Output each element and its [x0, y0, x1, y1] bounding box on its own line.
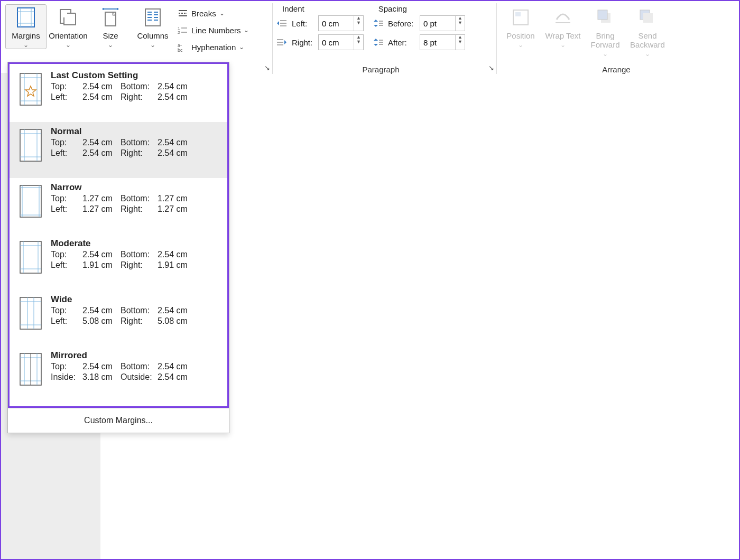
- spacing-after-input[interactable]: ▲▼: [420, 34, 465, 50]
- svg-rect-53: [20, 129, 41, 161]
- svg-rect-47: [20, 73, 41, 105]
- margins-preset-normal[interactable]: Normal Top:2.54 cmBottom:2.54 cm Left:2.…: [10, 122, 227, 178]
- preset-title: Mirrored: [51, 350, 221, 361]
- svg-rect-41: [515, 12, 521, 16]
- indent-left-input[interactable]: ▲▼: [318, 15, 364, 31]
- chevron-down-icon: ⌄: [66, 41, 71, 49]
- margin-preset-icon: [18, 296, 43, 330]
- line-numbers-label: Line Numbers: [191, 26, 240, 35]
- preset-title: Normal: [51, 126, 221, 137]
- margin-preset-icon: [18, 352, 43, 386]
- orientation-label: Orientation: [49, 31, 87, 40]
- columns-icon: [142, 7, 163, 28]
- svg-text:bc: bc: [178, 48, 183, 52]
- indent-right-icon: [276, 38, 288, 47]
- margin-preset-icon: [18, 240, 43, 274]
- hyphenation-label: Hyphenation: [191, 43, 236, 52]
- chevron-down-icon: ⌄: [603, 50, 608, 58]
- wrap-text-icon: [552, 7, 574, 28]
- svg-rect-0: [17, 8, 34, 27]
- group-paragraph: Indent Spacing Left: ▲▼ Before: ▲▼ Right…: [273, 3, 497, 74]
- preset-values: Top:2.54 cmBottom:2.54 cm Left:2.54 cmRi…: [51, 138, 221, 158]
- svg-text:2: 2: [178, 30, 180, 35]
- group-arrange: Position ⌄ Wrap Text ⌄ Bring Forward ⌄ S…: [497, 3, 738, 74]
- chevron-down-icon: ⌄: [108, 41, 113, 49]
- svg-rect-58: [20, 185, 41, 217]
- chevron-down-icon: ⌄: [645, 50, 650, 58]
- bring-forward-label: Bring Forward: [586, 31, 624, 49]
- svg-rect-46: [643, 13, 653, 23]
- margins-dropdown: Last Custom Setting Top:2.54 cmBottom:2.…: [7, 62, 229, 433]
- indent-header: Indent: [282, 4, 304, 13]
- indent-left-icon: [276, 18, 288, 28]
- chevron-down-icon: ⌄: [219, 10, 225, 17]
- preset-title: Narrow: [51, 182, 221, 193]
- hyphenation-button[interactable]: a-bc Hyphenation ⌄: [174, 40, 252, 54]
- wrap-text-label: Wrap Text: [545, 31, 581, 40]
- wrap-text-button: Wrap Text ⌄: [542, 4, 584, 49]
- chevron-down-icon: ⌄: [518, 41, 523, 49]
- columns-button[interactable]: Columns ⌄: [132, 4, 173, 49]
- chevron-down-icon: ⌄: [150, 41, 155, 49]
- chevron-down-icon: ⌄: [239, 43, 244, 51]
- margin-preset-icon: [18, 72, 43, 106]
- spacing-header: Spacing: [378, 4, 407, 13]
- position-button: Position ⌄: [500, 4, 541, 49]
- preset-title: Wide: [51, 294, 221, 305]
- columns-label: Columns: [137, 31, 168, 40]
- preset-values: Top:2.54 cmBottom:2.54 cm Left:2.54 cmRi…: [51, 82, 221, 102]
- preset-title: Last Custom Setting: [51, 70, 221, 81]
- size-icon: [100, 7, 121, 28]
- svg-rect-44: [598, 10, 607, 20]
- bring-forward-icon: [595, 7, 616, 28]
- svg-rect-68: [20, 297, 41, 329]
- preset-values: Top:1.27 cmBottom:1.27 cm Left:1.27 cmRi…: [51, 194, 221, 214]
- spacing-before-icon: [372, 18, 384, 28]
- margin-preset-icon: [18, 128, 43, 162]
- orientation-button[interactable]: Orientation ⌄: [48, 4, 89, 49]
- line-numbers-icon: 12: [178, 25, 188, 35]
- bring-forward-button: Bring Forward ⌄: [585, 4, 626, 58]
- indent-left-label: Left:: [292, 19, 314, 28]
- preset-values: Top:2.54 cmBottom:2.54 cm Left:1.91 cmRi…: [51, 250, 221, 270]
- margins-preset-last-custom-setting[interactable]: Last Custom Setting Top:2.54 cmBottom:2.…: [10, 66, 227, 122]
- margins-icon: [15, 7, 36, 28]
- hyphenation-icon: a-bc: [178, 42, 188, 52]
- breaks-icon: [178, 8, 188, 18]
- send-backward-button: Send Backward ⌄: [627, 4, 668, 58]
- send-backward-icon: [637, 7, 658, 28]
- margins-preset-narrow[interactable]: Narrow Top:1.27 cmBottom:1.27 cm Left:1.…: [10, 178, 227, 234]
- spacing-before-label: Before:: [388, 19, 415, 28]
- spacing-after-label: After:: [388, 38, 415, 47]
- position-label: Position: [506, 31, 534, 40]
- breaks-button[interactable]: Breaks ⌄: [174, 6, 252, 20]
- preset-values: Top:2.54 cmBottom:2.54 cm Left:5.08 cmRi…: [51, 306, 221, 326]
- indent-right-label: Right:: [292, 38, 314, 47]
- size-button[interactable]: Size ⌄: [90, 4, 131, 49]
- size-label: Size: [103, 31, 118, 40]
- breaks-label: Breaks: [191, 9, 216, 18]
- position-icon: [510, 7, 531, 28]
- paragraph-launcher-icon[interactable]: ↘: [488, 64, 494, 72]
- spacing-before-input[interactable]: ▲▼: [420, 15, 465, 31]
- arrange-group-label: Arrange: [497, 65, 736, 74]
- line-numbers-button[interactable]: 12 Line Numbers ⌄: [174, 23, 252, 37]
- chevron-down-icon: ⌄: [244, 26, 249, 34]
- custom-margins-button[interactable]: Custom Margins...: [8, 408, 229, 433]
- page-setup-launcher-icon[interactable]: ↘: [264, 64, 270, 72]
- orientation-icon: [58, 7, 79, 28]
- paragraph-group-label: Paragraph: [273, 65, 489, 74]
- margins-button[interactable]: Margins ⌄: [5, 4, 47, 49]
- indent-right-input[interactable]: ▲▼: [318, 34, 364, 50]
- chevron-down-icon: ⌄: [560, 41, 566, 49]
- margins-preset-moderate[interactable]: Moderate Top:2.54 cmBottom:2.54 cm Left:…: [10, 234, 227, 290]
- preset-title: Moderate: [51, 238, 221, 249]
- margins-preset-wide[interactable]: Wide Top:2.54 cmBottom:2.54 cm Left:5.08…: [10, 290, 227, 346]
- send-backward-label: Send Backward: [628, 31, 667, 49]
- chevron-down-icon: ⌄: [23, 41, 29, 49]
- margin-preset-icon: [18, 184, 43, 218]
- spacing-after-icon: [372, 38, 384, 47]
- preset-values: Top:2.54 cmBottom:2.54 cm Inside:3.18 cm…: [51, 362, 221, 382]
- margins-label: Margins: [12, 31, 40, 40]
- margins-preset-mirrored[interactable]: Mirrored Top:2.54 cmBottom:2.54 cm Insid…: [10, 346, 227, 402]
